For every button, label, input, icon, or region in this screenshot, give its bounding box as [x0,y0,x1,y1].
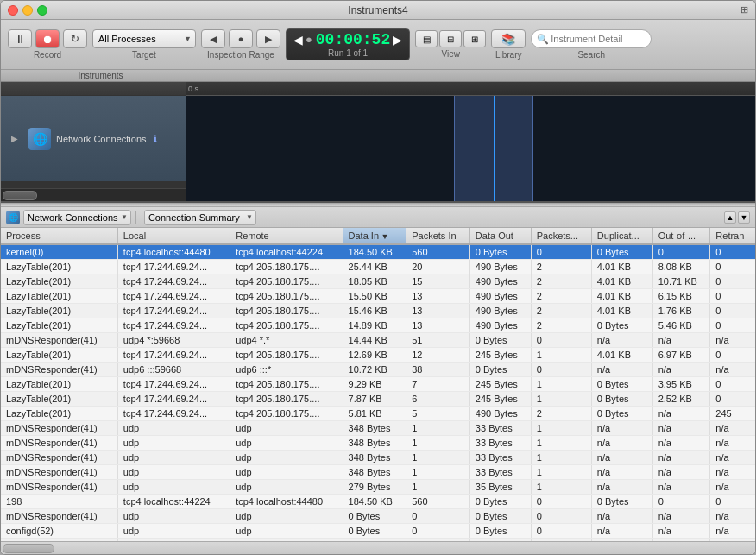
horizontal-scrollbar[interactable] [1,541,755,554]
table-cell: n/a [652,509,710,524]
table-row[interactable]: LazyTable(201)tcp4 17.244.69.24...tcp4 2… [1,348,755,363]
table-cell: udp6 :::59668 [117,363,230,377]
timeline-scrollbar[interactable] [1,188,186,201]
table-cell: tcp4 205.180.175.... [230,304,343,318]
table-cell: tcp4 17.244.69.24... [117,274,230,289]
col-duplicates[interactable]: Duplicat... [591,228,652,244]
separator [135,211,136,224]
record-button[interactable]: ⏺ [35,29,60,48]
col-data-out[interactable]: Data Out [469,228,531,244]
table-cell: 0 [531,333,591,348]
table-row[interactable]: mDNSResponder(41)udpudp279 Bytes135 Byte… [1,480,755,495]
close-button[interactable] [8,5,18,16]
table-cell: 1 [531,348,591,363]
table-cell: 15.46 KB [343,304,406,318]
view-grid-button[interactable]: ⊞ [463,30,486,47]
table-row[interactable]: configd(52)udpudp0 Bytes00 Bytes0n/an/an… [1,524,755,539]
target-label: Target [132,50,156,60]
maximize-button[interactable] [37,5,47,16]
table-cell: tcp4 17.244.69.24... [117,318,230,333]
data-table-wrap[interactable]: Process Local Remote Data In Packets In … [1,228,755,541]
col-remote[interactable]: Remote [230,228,343,244]
refresh-button[interactable]: ↻ [63,29,87,48]
resize-icon[interactable]: ⊞ [740,4,748,16]
table-cell: LazyTable(201) [1,260,117,274]
process-select[interactable]: All Processes [92,29,196,48]
info-icon[interactable]: ℹ [154,134,157,143]
table-cell: 33 Bytes [469,465,531,480]
table-cell: n/a [710,480,755,495]
col-retransmit[interactable]: Retran [710,228,755,244]
table-row[interactable]: LazyTable(201)tcp4 17.244.69.24...tcp4 2… [1,304,755,318]
table-row[interactable]: LazyTable(201)tcp4 17.244.69.24...tcp4 2… [1,392,755,407]
table-row[interactable]: LazyTable(201)tcp4 17.244.69.24...tcp4 2… [1,407,755,421]
timeline-area: ▶ 🌐 Network Connections ℹ 0 s [1,82,755,203]
record-label: Record [34,50,61,60]
table-cell: 348 Bytes [343,436,406,451]
table-cell: tcp4 localhost:44224 [117,495,230,509]
table-cell: 12.69 KB [343,348,406,363]
scroll-thumb[interactable] [3,191,37,200]
horizontal-scroll-thumb[interactable] [3,544,54,553]
inspection-next-button[interactable]: ▶ [256,29,280,48]
table-cell: tcp4 205.180.175.... [230,348,343,363]
network-connections-row[interactable]: ▶ 🌐 Network Connections ℹ [1,96,186,182]
table-row[interactable]: 198tcp4 localhost:44224tcp4 localhost:44… [1,495,755,509]
table-cell: n/a [652,524,710,539]
table-cell: 0 Bytes [469,333,531,348]
library-button[interactable]: 📚 [491,29,526,48]
table-cell: 0 [710,244,755,260]
table-cell: 2 [531,407,591,421]
table-row[interactable]: mDNSResponder(41)udp6 :::59668udp6 :::*1… [1,363,755,377]
table-row[interactable]: mDNSResponder(41)udpudp348 Bytes133 Byte… [1,451,755,465]
view-select[interactable]: Connection Summary [144,210,256,225]
table-row[interactable]: LazyTable(201)tcp4 17.244.69.24...tcp4 2… [1,318,755,333]
table-cell: 10.71 KB [652,274,710,289]
pause-button[interactable]: ⏸ [8,29,32,48]
table-cell: 1 [531,436,591,451]
table-row[interactable]: LazyTable(201)tcp4 17.244.69.24...tcp4 2… [1,274,755,289]
scroll-up-button[interactable]: ▲ [724,211,736,224]
table-row[interactable]: kernel(0)tcp4 localhost:44480tcp4 localh… [1,244,755,260]
table-cell: 18.05 KB [343,274,406,289]
table-cell: tcp4 localhost:44480 [230,495,343,509]
table-row[interactable]: mDNSResponder(41)udpudp348 Bytes133 Byte… [1,436,755,451]
col-out-of-order[interactable]: Out-of-... [652,228,710,244]
library-group: 📚 Library [491,29,526,60]
table-row[interactable]: mDNSResponder(41)udpudp0 Bytes00 Bytes0n… [1,509,755,524]
table-cell: tcp4 17.244.69.24... [117,304,230,318]
search-input[interactable] [531,29,652,48]
table-row[interactable]: LazyTable(201)tcp4 17.244.69.24...tcp4 2… [1,377,755,392]
table-row[interactable]: mDNSResponder(41)udpudp348 Bytes133 Byte… [1,421,755,436]
inspection-record-button[interactable]: ● [229,29,253,48]
table-cell: 15.50 KB [343,289,406,304]
expand-button[interactable]: ▶ [6,96,23,181]
table-row[interactable]: mDNSResponder(41)udp4 *:59668udp4 *.*14.… [1,333,755,348]
col-local[interactable]: Local [117,228,230,244]
table-cell: 0 [531,244,591,260]
table-cell: kernel(0) [1,244,117,260]
col-data-in[interactable]: Data In [343,228,406,244]
table-cell: udp4 *.* [230,333,343,348]
timer-next-button[interactable]: ▶ [393,33,402,47]
table-cell: LazyTable(201) [1,304,117,318]
table-row[interactable]: LazyTable(201)tcp4 17.244.69.24...tcp4 2… [1,289,755,304]
table-cell: 2.52 KB [652,392,710,407]
col-packets-in[interactable]: Packets In [406,228,470,244]
col-packets-out[interactable]: Packets... [531,228,591,244]
table-cell: 245 [710,407,755,421]
inspection-range-group: ◀ ● ▶ Inspection Range [201,29,280,60]
view-columns-button[interactable]: ⊟ [439,30,462,47]
minimize-button[interactable] [22,5,33,16]
scroll-down-button[interactable]: ▼ [738,211,750,224]
inspection-prev-button[interactable]: ◀ [201,29,225,48]
table-cell: udp [230,436,343,451]
view-list-button[interactable]: ▤ [415,30,438,47]
table-row[interactable]: LazyTable(201)tcp4 17.244.69.24...tcp4 2… [1,260,755,274]
instrument-select[interactable]: Network Connections [23,210,131,225]
col-process[interactable]: Process [1,228,117,244]
table-row[interactable]: mDNSResponder(41)udpudp348 Bytes133 Byte… [1,465,755,480]
timer-prev-button[interactable]: ◀ [293,33,303,47]
table-cell: 0 [710,495,755,509]
table-cell: udp6 :::* [230,363,343,377]
